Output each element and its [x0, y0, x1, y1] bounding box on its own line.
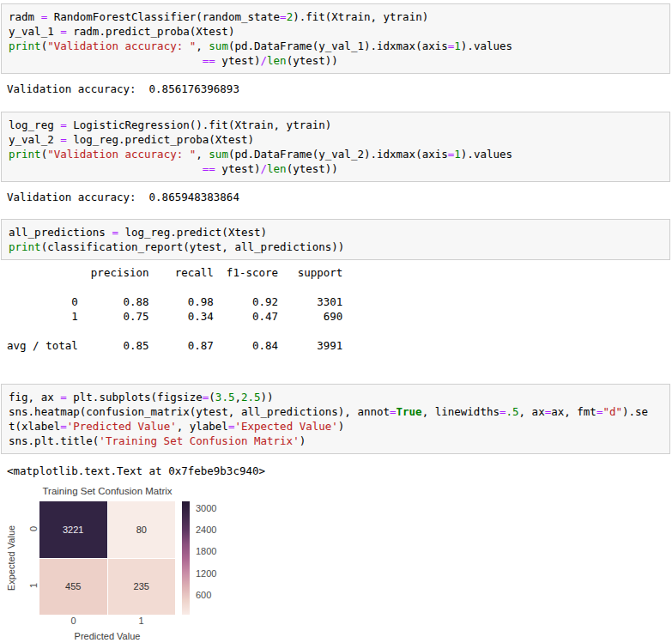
- colorbar-tick-label: 1200: [196, 568, 216, 579]
- code-line: == ytest)/len(ytest)): [9, 161, 666, 176]
- chart-title: Training Set Confusion Matrix: [39, 486, 175, 496]
- heatmap-cell: 235: [108, 559, 176, 616]
- heatmap-grid: 322180455235: [39, 501, 175, 615]
- cell-output-matplotlib-text-repr: <matplotlib.text.Text at 0x7febe9b3c940>: [7, 464, 672, 478]
- y-axis-label: Expected Value: [6, 525, 16, 591]
- x-axis-label: Predicted Value: [39, 631, 175, 641]
- x-tick-label-1: 1: [107, 616, 175, 626]
- heatmap-cell: 80: [108, 501, 176, 558]
- cell-output-validation-accuracy-rf: Validation accuracy: 0.856176396893: [7, 82, 672, 96]
- colorbar-tick-label: 3000: [196, 503, 216, 514]
- code-line: radm = RandomForestClassifier(random_sta…: [9, 9, 666, 24]
- code-line: log_reg = LogisticRegression().fit(Xtrai…: [9, 118, 666, 132]
- x-tick-label-0: 0: [39, 616, 107, 626]
- code-cell-heatmap[interactable]: fig, ax = plt.subplots(figsize=(3.5,2.5)…: [1, 384, 670, 454]
- code-line: print("Validation accuracy: ", sum(pd.Da…: [9, 39, 666, 53]
- code-cell-randomforest[interactable]: radm = RandomForestClassifier(random_sta…: [1, 3, 670, 74]
- classification-report-output: precision recall f1-score support 0 0.88…: [7, 265, 672, 353]
- code-line: sns.heatmap(confusion_matrix(ytest, all_…: [9, 404, 666, 419]
- code-line: y_val_2 = log_reg.predict_proba(Xtest): [9, 132, 666, 147]
- heatmap-cell: 455: [39, 559, 107, 616]
- code-cell-logistic-regression[interactable]: log_reg = LogisticRegression().fit(Xtrai…: [1, 112, 670, 182]
- colorbar: [182, 501, 190, 615]
- confusion-matrix-figure: Training Set Confusion Matrix Expected V…: [0, 484, 283, 643]
- code-line: == ytest)/len(ytest)): [9, 53, 666, 68]
- code-line: y_val_1 = radm.predict_proba(Xtest): [9, 24, 666, 39]
- colorbar-tick-label: 1800: [196, 546, 216, 557]
- y-tick-label-0: 0: [28, 526, 39, 531]
- code-line: all_predictions = log_reg.predict(Xtest): [9, 225, 666, 240]
- notebook-output-area: radm = RandomForestClassifier(random_sta…: [0, 3, 672, 643]
- heatmap-cell: 3221: [39, 501, 107, 558]
- code-line: t(xlabel='Predicted Value', ylabel='Expe…: [9, 419, 666, 434]
- y-tick-label-1: 1: [28, 583, 39, 588]
- code-line: fig, ax = plt.subplots(figsize=(3.5,2.5)…: [9, 390, 666, 404]
- code-line: sns.plt.title('Training Set Confusion Ma…: [9, 434, 666, 448]
- colorbar-tick-label: 2400: [196, 525, 216, 536]
- colorbar-tick-label: 600: [196, 590, 211, 601]
- cell-output-validation-accuracy-logreg: Validation accuracy: 0.865948383864: [7, 190, 672, 204]
- code-cell-classification-report[interactable]: all_predictions = log_reg.predict(Xtest)…: [1, 219, 670, 260]
- code-line: print(classification_report(ytest, all_p…: [9, 240, 666, 254]
- code-line: print("Validation accuracy: ", sum(pd.Da…: [9, 147, 666, 161]
